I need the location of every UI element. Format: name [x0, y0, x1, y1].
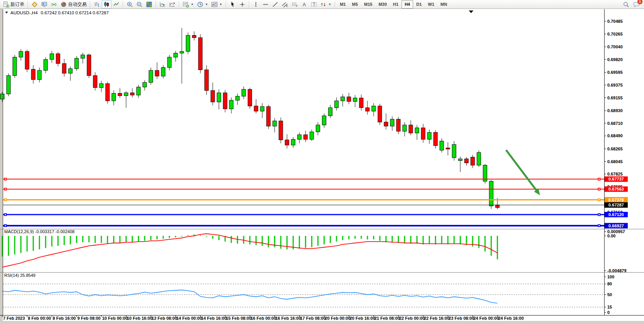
- macd-histogram-bar: [64, 236, 65, 245]
- macd-histogram-bar: [305, 236, 306, 248]
- line-handle-center: [5, 214, 6, 215]
- macd-histogram-bar: [219, 236, 220, 240]
- candle-up: [236, 96, 239, 100]
- macd-histogram-bar: [33, 236, 34, 251]
- macd-axis-label: 0.00: [607, 234, 615, 238]
- candle-down: [118, 93, 122, 95]
- rsi-axis-label: 0: [607, 310, 610, 315]
- candle-up: [217, 93, 221, 102]
- tf-m15-button[interactable]: M15: [361, 0, 375, 9]
- vertical-line-tool-button[interactable]: [251, 0, 261, 9]
- chevron-down-icon: ▼: [219, 3, 222, 6]
- arrows-tool-button[interactable]: ▼: [319, 0, 333, 9]
- autotrading-button[interactable]: 自动交易: [59, 0, 88, 9]
- time-axis-label: 14 Feb 00:00: [176, 316, 202, 321]
- templates-button[interactable]: ▼: [210, 0, 224, 9]
- candle-down: [25, 51, 29, 69]
- time-axis-label: 10 Feb 16:00: [127, 316, 152, 321]
- tf-h4-button[interactable]: H4: [401, 0, 413, 9]
- macd-histogram-bar: [497, 236, 498, 259]
- rsi-axis-label: 50: [607, 292, 612, 297]
- zoom-in-button[interactable]: [125, 0, 135, 9]
- text-label-tool-button[interactable]: T: [309, 0, 319, 9]
- window-bottom-edge: [0, 321, 644, 324]
- new-chart-button[interactable]: ▼: [181, 0, 195, 9]
- tf-m1-button[interactable]: M1: [337, 0, 349, 9]
- line-chart-mode-button[interactable]: [111, 0, 121, 9]
- candle-up: [242, 89, 246, 96]
- macd-histogram-bar: [262, 236, 263, 246]
- cursor-tool-button[interactable]: [228, 0, 237, 9]
- candle-down: [285, 140, 289, 145]
- time-axis-label: 14 Feb 16:00: [201, 316, 227, 321]
- candle-chart-mode-button[interactable]: [102, 0, 111, 9]
- macd-histogram-bar: [150, 236, 152, 240]
- candle-down: [87, 55, 91, 75]
- tf-m30-button[interactable]: M30: [376, 0, 390, 9]
- terminal-icon: [41, 1, 48, 8]
- macd-histogram-bar: [429, 236, 430, 244]
- new-order-label: 新订单: [10, 1, 24, 8]
- tf-m5-button[interactable]: M5: [349, 0, 361, 9]
- candle-down: [248, 89, 252, 106]
- candle-down: [434, 133, 437, 146]
- chart-shift-button[interactable]: [167, 0, 177, 9]
- macd-histogram-bar: [485, 236, 486, 252]
- chat-button[interactable]: 1: [633, 1, 640, 8]
- autotrading-icon: [60, 1, 67, 8]
- line-handle-center: [599, 179, 600, 180]
- macd-histogram-bar: [157, 236, 158, 239]
- price-axis-label: 0.70485: [607, 19, 623, 24]
- horizontal-line-icon: [262, 1, 269, 8]
- macd-histogram-bar: [311, 236, 313, 247]
- candle-up: [322, 116, 326, 125]
- auto-scroll-button[interactable]: [158, 0, 167, 9]
- horizontal-line-tool-button[interactable]: [261, 0, 270, 9]
- zoom-out-button[interactable]: [135, 0, 144, 9]
- candle-up: [0, 94, 4, 99]
- chevron-down-icon: ▼: [205, 3, 208, 6]
- time-axis-label: 24 Feb 16:00: [498, 316, 524, 321]
- time-axis-label: 10 Feb 00:00: [102, 316, 128, 321]
- equidistant-channel-icon: E: [282, 1, 288, 8]
- line-handle-center: [599, 214, 600, 215]
- candle-up: [161, 68, 165, 76]
- tile-windows-button[interactable]: [144, 0, 154, 9]
- candle-up: [137, 87, 140, 95]
- macd-histogram-bar: [256, 236, 257, 245]
- crosshair-tool-button[interactable]: [237, 0, 247, 9]
- macd-histogram-bar: [274, 236, 275, 247]
- trendline-tool-button[interactable]: [270, 0, 280, 9]
- tf-mn-button[interactable]: MN: [437, 0, 450, 9]
- rsi-axis-label: 15: [607, 305, 612, 309]
- line-chart-icon: [113, 1, 120, 8]
- equidistant-channel-tool-button[interactable]: E: [280, 0, 290, 9]
- time-axis-label: 21 Feb 08:00: [374, 316, 400, 321]
- fibonacci-tool-button[interactable]: F: [290, 0, 299, 9]
- bar-chart-mode-button[interactable]: [92, 0, 102, 9]
- candle-up: [7, 75, 10, 94]
- macd-histogram-bar: [14, 236, 15, 254]
- macd-histogram-bar: [410, 236, 412, 244]
- candle-down: [56, 54, 60, 63]
- candle-down: [155, 70, 159, 76]
- tf-w1-button[interactable]: W1: [425, 0, 437, 9]
- market-watch-button[interactable]: [30, 0, 39, 9]
- macd-histogram-bar: [392, 236, 393, 242]
- tf-h1-button[interactable]: H1: [390, 0, 401, 9]
- toolbar-separator: [249, 1, 249, 8]
- macd-histogram-bar: [460, 236, 461, 244]
- text-tool-button[interactable]: A: [299, 0, 309, 9]
- new-order-button[interactable]: 新订单: [1, 0, 26, 9]
- line-handle-center: [599, 189, 600, 190]
- periods-button[interactable]: ▼: [195, 0, 210, 9]
- toolbar-separator: [90, 1, 91, 8]
- tf-d1-button[interactable]: D1: [413, 0, 425, 9]
- terminal-button[interactable]: [39, 0, 49, 9]
- signal-icon: [51, 1, 57, 8]
- chart-canvas: 0.704850.702650.700400.698200.695950.693…: [0, 0, 644, 324]
- search-icon[interactable]: [623, 1, 629, 8]
- toolbar-separator: [225, 1, 226, 8]
- signals-button[interactable]: [49, 0, 59, 9]
- macd-histogram-bar: [58, 236, 59, 246]
